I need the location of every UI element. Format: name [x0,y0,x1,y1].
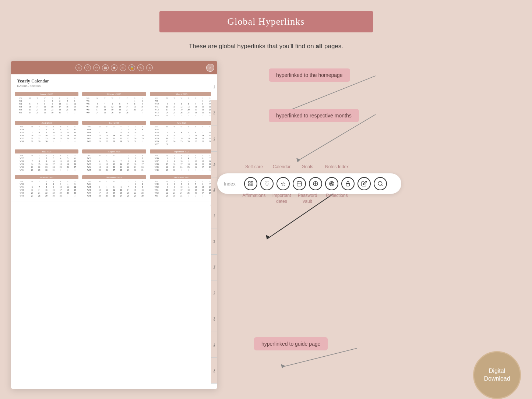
tab-dec[interactable]: Dec [211,358,217,384]
subtitle-bold: all [316,43,323,50]
digital-download-line2: Download [484,375,510,383]
svg-marker-5 [266,235,270,240]
month-june: June 2025 WKMTWTFSS W221 W232345678 W249… [150,121,214,146]
month-october: October 2025 WKMTWTFSS W4012345 W4167891… [15,175,78,197]
calendar-title: Yearly Calendar [17,78,211,84]
month-december: December 2025 WKMTWTFSS W491234567 W5089… [150,175,214,197]
month-name-may: May 2025 [82,121,146,125]
tab-feb[interactable]: Feb [211,100,217,126]
calendar-body: January 2025 WKMTWTFSS W112345 W26789101… [11,90,217,201]
badge-guide: hyperlinked to guide page [254,337,328,350]
svg-marker-7 [281,364,285,368]
nav-icon-calendar2[interactable] [309,177,322,190]
month-february: February 2025 WKMTWTFSS W512 W63456789 W… [82,92,146,117]
svg-rect-8 [249,181,250,183]
month-name-aug: August 2025 [82,149,146,153]
label-calendar: Calendar [269,164,295,169]
icon-lock[interactable]: 🔒 [128,64,135,71]
svg-point-21 [331,183,332,184]
tab-apr[interactable]: Apr [211,152,217,177]
nav-index-label: Index [224,181,236,187]
month-march: March 2025 WKMTWTFSS W912 W103456789 W11… [150,92,214,117]
icon-heart[interactable]: ♡ [84,64,91,71]
calendar-header: Yearly Calendar JAN 2025 - DEC 2025 [11,74,217,90]
homepage-label: hyperlinked to the homepage [276,72,343,78]
icon-target[interactable]: ◎ [120,64,126,71]
svg-point-23 [378,181,382,186]
tab-jul[interactable]: Jul [211,229,217,255]
month-april: April 2025 WKMTWTFSS W14123456 W15789101… [15,121,78,146]
months-label: hyperlinked to respective months [276,113,352,119]
nav-icon-heart[interactable]: ♡ [260,177,274,190]
month-name-sep: September 2025 [150,149,214,153]
icon-list[interactable]: ≡ [75,64,82,71]
subtitle-after: pages. [323,43,343,50]
month-name-jul: July 2025 [15,149,78,153]
month-name-oct: October 2025 [15,175,78,179]
month-november: November 2025 WKMTWTFSS W4412 W453456789… [82,175,146,197]
month-name-mar: March 2025 [150,92,214,96]
nav-icon-star[interactable]: ☆ [276,177,290,190]
calendar-title-normal: Calendar [30,78,49,84]
tab-nov[interactable]: Nov [211,332,217,358]
nav-labels-bottom-row: Affirmations Importantdates Passwordvaul… [239,193,353,204]
header-banner: Global Hyperlinks [159,11,373,32]
svg-rect-11 [251,184,253,186]
label-affirmations: Affirmations [239,193,269,204]
annotation-panel: hyperlinked to the homepage hyperlinked … [217,57,521,389]
header-title: Global Hyperlinks [228,16,305,27]
label-important-dates: Importantdates [269,193,295,204]
svg-marker-3 [296,158,300,162]
nav-icon-lock[interactable] [341,177,355,190]
icon-search[interactable]: ⌕ [146,64,153,71]
month-august: August 2025 WKMTWTFSS W31123 W3245678910… [82,149,146,172]
month-name-jun: June 2025 [150,121,214,125]
month-january: January 2025 WKMTWTFSS W112345 W26789101… [15,92,78,117]
icon-calendar[interactable]: ▦ [102,64,109,71]
label-password-vault: Passwordvault [295,193,320,204]
tab-mar[interactable]: Mar [211,126,217,152]
nav-bar: Index ♡ ☆ [217,173,401,194]
digital-download-badge: Digital Download [473,351,521,399]
tab-jun[interactable]: Jun [211,203,217,229]
icon-notes[interactable]: ✎ [137,64,144,71]
calendar-top-bar: ≡ ♡ ☆ ▦ ◉ ◎ 🔒 ✎ ⌕ ⌂ [11,61,217,74]
calendar-icons-row: ≡ ♡ ☆ ▦ ◉ ◎ 🔒 ✎ ⌕ [75,64,153,71]
calendar-title-bold: Yearly [17,78,30,84]
nav-icon-list[interactable] [244,177,257,190]
svg-rect-22 [346,183,349,186]
nav-labels-top-row: Self-care Calendar Goals Notes Index [239,164,353,169]
nav-icon-target[interactable] [325,177,338,190]
icon-calendar2[interactable]: ◉ [111,64,117,71]
month-name-feb: February 2025 [82,92,146,96]
month-name-apr: April 2025 [15,121,78,125]
nav-icon-notes[interactable] [357,177,371,190]
nav-icon-search[interactable] [374,177,387,190]
month-july: July 2025 WKMTWTFSS W27123456 W287891011… [15,149,78,172]
nav-bar-container: Index ♡ ☆ [217,173,401,194]
tab-oct[interactable]: Oct [211,306,217,332]
svg-line-24 [381,185,383,186]
month-name-jan: January 2025 [15,92,78,96]
guide-label: hyperlinked to guide page [261,341,320,347]
label-selfcare: Self-care [239,164,269,169]
tab-may[interactable]: May [211,177,217,203]
subtitle-before: These are global hyperlinks that you'll … [189,43,316,50]
subtitle: These are global hyperlinks that you'll … [0,43,532,50]
svg-line-6 [283,348,357,367]
label-reflections: Reflections [320,193,353,204]
digital-download-line1: Digital [489,367,505,375]
label-goals: Goals [295,164,320,169]
tab-aug[interactable]: Aug [211,255,217,280]
calendar-date-range: JAN 2025 - DEC 2025 [17,85,211,88]
nav-icon-calendar[interactable] [293,177,306,190]
months-grid: January 2025 WKMTWTFSS W112345 W26789101… [15,92,214,197]
svg-rect-12 [297,182,302,186]
svg-rect-9 [251,181,253,183]
tab-sep[interactable]: Sep [211,280,217,306]
badge-homepage: hyperlinked to the homepage [269,68,350,82]
label-notes-index: Notes Index [320,164,353,169]
home-button[interactable]: ⌂ [206,64,214,72]
tab-jan[interactable]: Jan [211,74,217,100]
icon-star[interactable]: ☆ [93,64,100,71]
